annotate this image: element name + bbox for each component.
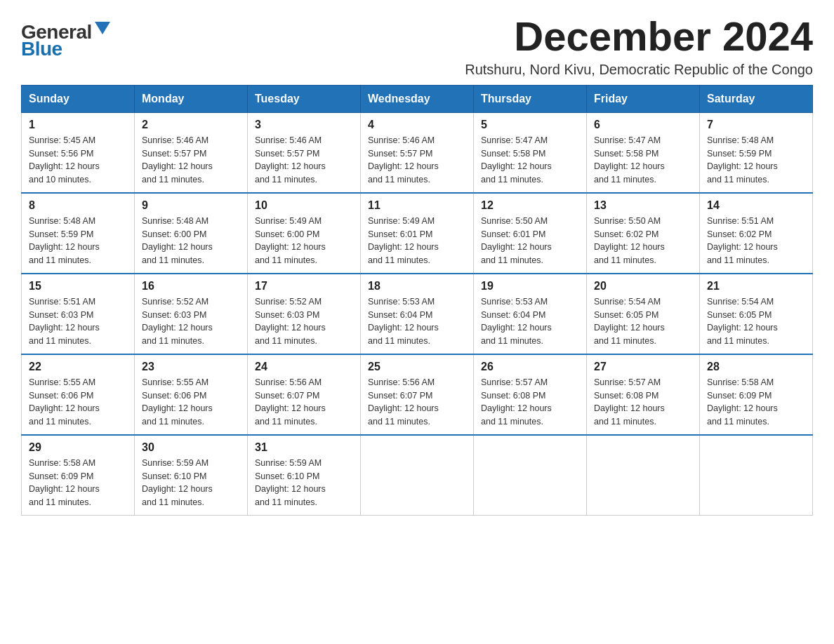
day-info: Sunrise: 5:50 AMSunset: 6:02 PMDaylight:… <box>594 215 692 267</box>
day-info: Sunrise: 5:51 AMSunset: 6:03 PMDaylight:… <box>29 295 127 348</box>
table-row: 12Sunrise: 5:50 AMSunset: 6:01 PMDayligh… <box>474 193 587 274</box>
table-row: 30Sunrise: 5:59 AMSunset: 6:10 PMDayligh… <box>135 435 248 516</box>
day-info: Sunrise: 5:56 AMSunset: 6:07 PMDaylight:… <box>368 376 466 429</box>
day-info: Sunrise: 5:58 AMSunset: 6:09 PMDaylight:… <box>29 457 127 509</box>
day-info: Sunrise: 5:56 AMSunset: 6:07 PMDaylight:… <box>255 376 353 429</box>
calendar-week-row: 22Sunrise: 5:55 AMSunset: 6:06 PMDayligh… <box>22 354 813 435</box>
table-row: 25Sunrise: 5:56 AMSunset: 6:07 PMDayligh… <box>361 354 474 435</box>
table-row: 27Sunrise: 5:57 AMSunset: 6:08 PMDayligh… <box>587 354 700 435</box>
header-friday: Friday <box>587 85 700 112</box>
table-row <box>474 435 587 516</box>
svg-marker-0 <box>95 22 110 34</box>
day-number: 12 <box>481 199 579 212</box>
day-number: 31 <box>255 441 353 454</box>
calendar-week-row: 15Sunrise: 5:51 AMSunset: 6:03 PMDayligh… <box>22 274 813 354</box>
day-info: Sunrise: 5:57 AMSunset: 6:08 PMDaylight:… <box>594 376 692 429</box>
day-number: 14 <box>707 199 805 212</box>
day-number: 21 <box>707 280 805 293</box>
day-info: Sunrise: 5:47 AMSunset: 5:58 PMDaylight:… <box>594 134 692 187</box>
table-row <box>587 435 700 516</box>
day-info: Sunrise: 5:55 AMSunset: 6:06 PMDaylight:… <box>29 376 127 429</box>
title-section: December 2024 Rutshuru, Nord Kivu, Democ… <box>465 14 813 78</box>
day-number: 6 <box>594 119 692 131</box>
calendar-table: Sunday Monday Tuesday Wednesday Thursday… <box>21 85 813 516</box>
table-row: 14Sunrise: 5:51 AMSunset: 6:02 PMDayligh… <box>700 193 813 274</box>
table-row: 31Sunrise: 5:59 AMSunset: 6:10 PMDayligh… <box>248 435 361 516</box>
table-row: 20Sunrise: 5:54 AMSunset: 6:05 PMDayligh… <box>587 274 700 354</box>
day-info: Sunrise: 5:54 AMSunset: 6:05 PMDaylight:… <box>594 295 692 348</box>
day-info: Sunrise: 5:52 AMSunset: 6:03 PMDaylight:… <box>255 295 353 348</box>
day-number: 20 <box>594 280 692 293</box>
day-info: Sunrise: 5:49 AMSunset: 6:00 PMDaylight:… <box>255 215 353 267</box>
day-info: Sunrise: 5:53 AMSunset: 6:04 PMDaylight:… <box>368 295 466 348</box>
header-wednesday: Wednesday <box>361 85 474 112</box>
header-saturday: Saturday <box>700 85 813 112</box>
table-row <box>700 435 813 516</box>
day-number: 24 <box>255 361 353 373</box>
table-row: 15Sunrise: 5:51 AMSunset: 6:03 PMDayligh… <box>22 274 135 354</box>
day-number: 9 <box>142 199 240 212</box>
day-number: 17 <box>255 280 353 293</box>
location-subtitle: Rutshuru, Nord Kivu, Democratic Republic… <box>465 62 813 78</box>
day-info: Sunrise: 5:50 AMSunset: 6:01 PMDaylight:… <box>481 215 579 267</box>
header-thursday: Thursday <box>474 85 587 112</box>
day-number: 5 <box>481 119 579 131</box>
page-header: General Blue December 2024 Rutshuru, Nor… <box>21 14 813 78</box>
table-row: 10Sunrise: 5:49 AMSunset: 6:00 PMDayligh… <box>248 193 361 274</box>
month-title: December 2024 <box>465 14 813 59</box>
day-info: Sunrise: 5:52 AMSunset: 6:03 PMDaylight:… <box>142 295 240 348</box>
day-number: 19 <box>481 280 579 293</box>
day-info: Sunrise: 5:46 AMSunset: 5:57 PMDaylight:… <box>368 134 466 187</box>
table-row: 23Sunrise: 5:55 AMSunset: 6:06 PMDayligh… <box>135 354 248 435</box>
day-number: 23 <box>142 361 240 373</box>
day-info: Sunrise: 5:59 AMSunset: 6:10 PMDaylight:… <box>142 457 240 509</box>
table-row <box>361 435 474 516</box>
calendar-week-row: 29Sunrise: 5:58 AMSunset: 6:09 PMDayligh… <box>22 435 813 516</box>
logo: General Blue <box>21 21 110 60</box>
table-row: 13Sunrise: 5:50 AMSunset: 6:02 PMDayligh… <box>587 193 700 274</box>
day-info: Sunrise: 5:48 AMSunset: 5:59 PMDaylight:… <box>707 134 805 187</box>
day-number: 28 <box>707 361 805 373</box>
table-row: 4Sunrise: 5:46 AMSunset: 5:57 PMDaylight… <box>361 112 474 193</box>
day-number: 27 <box>594 361 692 373</box>
day-number: 10 <box>255 199 353 212</box>
day-info: Sunrise: 5:48 AMSunset: 6:00 PMDaylight:… <box>142 215 240 267</box>
day-number: 26 <box>481 361 579 373</box>
calendar-week-row: 1Sunrise: 5:45 AMSunset: 5:56 PMDaylight… <box>22 112 813 193</box>
day-info: Sunrise: 5:54 AMSunset: 6:05 PMDaylight:… <box>707 295 805 348</box>
day-info: Sunrise: 5:49 AMSunset: 6:01 PMDaylight:… <box>368 215 466 267</box>
day-info: Sunrise: 5:51 AMSunset: 6:02 PMDaylight:… <box>707 215 805 267</box>
table-row: 29Sunrise: 5:58 AMSunset: 6:09 PMDayligh… <box>22 435 135 516</box>
table-row: 21Sunrise: 5:54 AMSunset: 6:05 PMDayligh… <box>700 274 813 354</box>
day-info: Sunrise: 5:46 AMSunset: 5:57 PMDaylight:… <box>255 134 353 187</box>
table-row: 9Sunrise: 5:48 AMSunset: 6:00 PMDaylight… <box>135 193 248 274</box>
table-row: 17Sunrise: 5:52 AMSunset: 6:03 PMDayligh… <box>248 274 361 354</box>
day-info: Sunrise: 5:58 AMSunset: 6:09 PMDaylight:… <box>707 376 805 429</box>
day-number: 15 <box>29 280 127 293</box>
day-info: Sunrise: 5:55 AMSunset: 6:06 PMDaylight:… <box>142 376 240 429</box>
table-row: 16Sunrise: 5:52 AMSunset: 6:03 PMDayligh… <box>135 274 248 354</box>
table-row: 18Sunrise: 5:53 AMSunset: 6:04 PMDayligh… <box>361 274 474 354</box>
day-number: 18 <box>368 280 466 293</box>
table-row: 22Sunrise: 5:55 AMSunset: 6:06 PMDayligh… <box>22 354 135 435</box>
day-number: 8 <box>29 199 127 212</box>
header-tuesday: Tuesday <box>248 85 361 112</box>
logo-blue-text: Blue <box>21 38 62 60</box>
table-row: 1Sunrise: 5:45 AMSunset: 5:56 PMDaylight… <box>22 112 135 193</box>
day-number: 16 <box>142 280 240 293</box>
table-row: 26Sunrise: 5:57 AMSunset: 6:08 PMDayligh… <box>474 354 587 435</box>
calendar-header-row: Sunday Monday Tuesday Wednesday Thursday… <box>22 85 813 112</box>
header-monday: Monday <box>135 85 248 112</box>
day-info: Sunrise: 5:53 AMSunset: 6:04 PMDaylight:… <box>481 295 579 348</box>
table-row: 2Sunrise: 5:46 AMSunset: 5:57 PMDaylight… <box>135 112 248 193</box>
day-number: 3 <box>255 119 353 131</box>
day-number: 11 <box>368 199 466 212</box>
table-row: 28Sunrise: 5:58 AMSunset: 6:09 PMDayligh… <box>700 354 813 435</box>
table-row: 24Sunrise: 5:56 AMSunset: 6:07 PMDayligh… <box>248 354 361 435</box>
table-row: 6Sunrise: 5:47 AMSunset: 5:58 PMDaylight… <box>587 112 700 193</box>
day-number: 7 <box>707 119 805 131</box>
logo-triangle-icon <box>95 22 110 37</box>
table-row: 7Sunrise: 5:48 AMSunset: 5:59 PMDaylight… <box>700 112 813 193</box>
day-number: 25 <box>368 361 466 373</box>
day-info: Sunrise: 5:45 AMSunset: 5:56 PMDaylight:… <box>29 134 127 187</box>
